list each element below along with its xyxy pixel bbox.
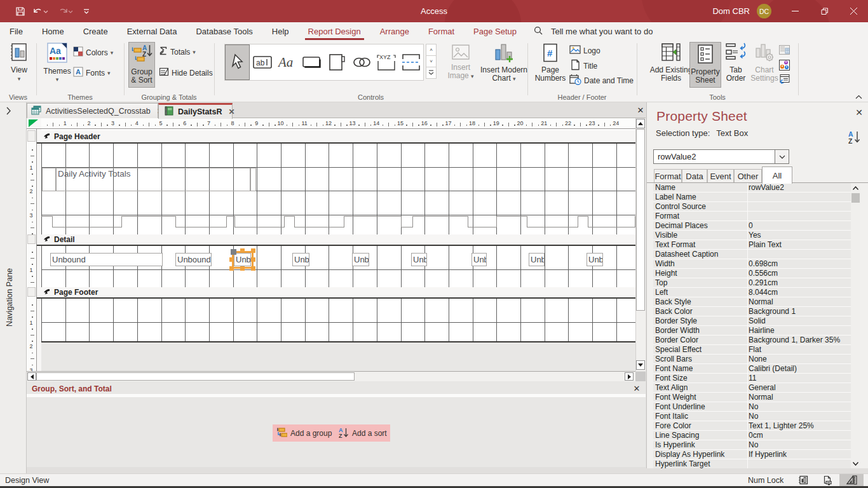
property-row-font-name[interactable]: Font Name Calibri (Detail) — [653, 364, 851, 374]
scroll-down-icon[interactable] — [851, 459, 860, 468]
themes-button[interactable]: Aa Themes — [43, 42, 71, 83]
insert-modern-chart-button[interactable]: Insert ModernChart — [478, 42, 529, 83]
property-value[interactable]: Flat — [749, 345, 850, 354]
property-row-font-size[interactable]: Font Size 11 — [653, 374, 851, 383]
add-group-button[interactable]: Add a group — [273, 424, 335, 442]
hyperlink-control[interactable] — [349, 44, 374, 80]
property-row-datasheet-caption[interactable]: Datasheet Caption — [653, 250, 851, 259]
property-value[interactable]: Background 1 — [749, 307, 850, 316]
property-value[interactable]: No — [749, 412, 850, 421]
report-view-button[interactable] — [791, 474, 815, 486]
property-value[interactable]: rowValue2 — [749, 183, 850, 192]
menu-item-format[interactable]: Format — [419, 22, 464, 40]
ruler-corner[interactable] — [27, 118, 41, 129]
tab-control[interactable] — [324, 44, 349, 80]
property-value[interactable]: 0cm — [749, 431, 850, 440]
property-value[interactable]: Hairline — [749, 326, 850, 335]
group-sort-button[interactable]: AZ Group& Sort — [128, 42, 155, 88]
property-value[interactable]: Yes — [749, 231, 850, 240]
property-value[interactable]: 0.698cm — [749, 259, 850, 268]
close-group-panel-icon[interactable]: ✕ — [632, 384, 641, 393]
property-value[interactable]: 0 — [749, 221, 850, 230]
property-value[interactable]: 8.044cm — [749, 288, 850, 297]
totals-button[interactable]: Totals — [159, 46, 196, 57]
property-row-border-style[interactable]: Border Style Solid — [653, 316, 851, 326]
property-row-back-style[interactable]: Back Style Normal — [653, 297, 851, 307]
label-control[interactable]: Aa — [275, 44, 299, 80]
prop-tab-other[interactable]: Other — [734, 169, 762, 183]
minimize-icon[interactable] — [780, 0, 810, 22]
property-value[interactable]: 0.291cm — [749, 278, 850, 287]
gallery-down-icon[interactable]: ˅ — [426, 55, 437, 67]
property-row-line-spacing[interactable]: Line Spacing 0cm — [653, 431, 851, 440]
scroll-up-icon[interactable] — [636, 119, 645, 128]
section-selector-cell[interactable] — [27, 287, 36, 297]
tab-order-button[interactable]: TabOrder — [722, 42, 750, 83]
scroll-right-icon[interactable] — [625, 372, 634, 381]
colors-button[interactable]: Colors — [73, 46, 113, 58]
menu-item-arrange[interactable]: Arrange — [370, 22, 419, 40]
property-grid-scrollbar[interactable] — [851, 183, 860, 468]
code-window-icon[interactable] — [779, 74, 790, 87]
select-pointer-control[interactable] — [225, 44, 250, 80]
property-row-text-format[interactable]: Text Format Plain Text — [653, 240, 851, 250]
property-row-hyperlink-target[interactable]: Hyperlink Target — [653, 459, 851, 468]
fonts-button[interactable]: A Fonts — [73, 67, 111, 79]
property-value[interactable]: Plain Text — [749, 240, 850, 249]
property-row-font-weight[interactable]: Font Weight Normal — [653, 393, 851, 402]
property-value[interactable]: General — [749, 383, 850, 392]
menu-item-external-data[interactable]: External Data — [118, 22, 187, 40]
logo-button[interactable]: Logo — [569, 44, 600, 57]
property-value[interactable]: Solid — [749, 316, 850, 325]
property-value[interactable]: No — [749, 440, 850, 449]
print-preview-button[interactable] — [815, 474, 839, 486]
close-document-icon[interactable]: ✕ — [636, 105, 645, 114]
close-tab-icon[interactable]: ✕ — [228, 107, 234, 116]
text-box-control[interactable]: ab — [250, 44, 275, 80]
date-time-button[interactable]: Date and Time — [569, 74, 634, 87]
property-row-control-source[interactable]: Control Source — [653, 202, 851, 212]
property-row-width[interactable]: Width 0.698cm — [653, 259, 851, 269]
property-value[interactable]: 0.556cm — [749, 269, 850, 278]
property-value[interactable]: If Hyperlink — [749, 450, 850, 459]
section-selector-cell[interactable] — [27, 234, 36, 244]
vertical-ruler[interactable]: 1231123 — [27, 129, 37, 381]
property-row-font-underline[interactable]: Font Underline No — [653, 402, 851, 412]
chart-settings-button[interactable]: ChartSettings — [750, 42, 779, 83]
vertical-scrollbar-thumb[interactable] — [636, 129, 645, 311]
close-property-sheet-icon[interactable]: ✕ — [855, 108, 864, 117]
scroll-up-icon[interactable] — [851, 183, 860, 193]
property-value[interactable]: Calibri (Detail) — [749, 364, 850, 373]
property-row-text-align[interactable]: Text Align General — [653, 383, 851, 393]
report-design-surface[interactable] — [27, 118, 635, 381]
gallery-up-icon[interactable]: ˄ — [426, 44, 437, 56]
property-value[interactable]: No — [749, 402, 850, 411]
control-selector-combobox[interactable]: rowValue2 — [653, 149, 789, 164]
property-row-special-effect[interactable]: Special Effect Flat — [653, 345, 851, 355]
property-row-back-color[interactable]: Back Color Background 1 — [653, 307, 851, 316]
page-break-control[interactable] — [398, 44, 423, 80]
collapse-ribbon-icon[interactable] — [852, 92, 865, 101]
scroll-down-icon[interactable] — [636, 360, 645, 370]
property-value[interactable]: Normal — [749, 393, 850, 402]
property-value[interactable]: Background 1, Darker 35% — [749, 336, 850, 344]
subform-icon[interactable] — [779, 45, 790, 57]
avatar[interactable]: DC — [757, 4, 771, 18]
property-row-border-width[interactable]: Border Width Hairline — [653, 326, 851, 336]
hide-details-button[interactable]: Hide Details — [159, 67, 213, 79]
add-existing-fields-button[interactable]: Add ExistingFields — [651, 42, 691, 83]
property-row-height[interactable]: Height 0.556cm — [653, 269, 851, 278]
menu-item-file[interactable]: File — [0, 22, 32, 40]
scroll-left-icon[interactable] — [27, 372, 36, 381]
people-window-icon[interactable] — [779, 60, 790, 73]
menu-item-database-tools[interactable]: Database Tools — [186, 22, 262, 40]
insert-image-button[interactable]: InsertImage — [440, 42, 481, 81]
property-row-display-as-hyperlink[interactable]: Display As Hyperlink If Hyperlink — [653, 450, 851, 459]
property-sheet-button[interactable]: PropertySheet — [689, 42, 721, 88]
view-button[interactable]: View — [6, 42, 32, 82]
az-sort-icon[interactable]: AZ — [848, 130, 862, 147]
horizontal-scrollbar-thumb[interactable] — [36, 372, 355, 381]
add-sort-button[interactable]: AZ Add a sort — [335, 424, 390, 442]
property-row-is-hyperlink[interactable]: Is Hyperlink No — [653, 440, 851, 450]
page-numbers-button[interactable]: # PageNumbers — [532, 42, 568, 83]
